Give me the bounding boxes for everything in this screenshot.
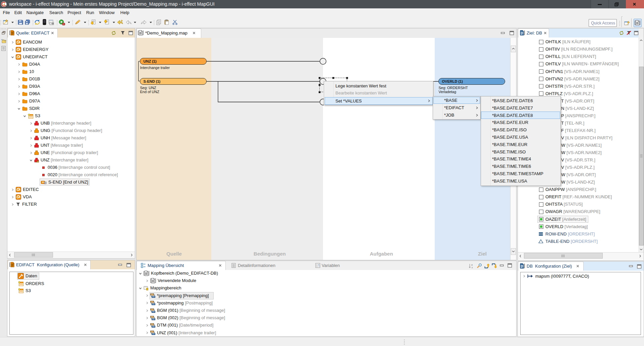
svg-text:z: z [472, 266, 473, 269]
